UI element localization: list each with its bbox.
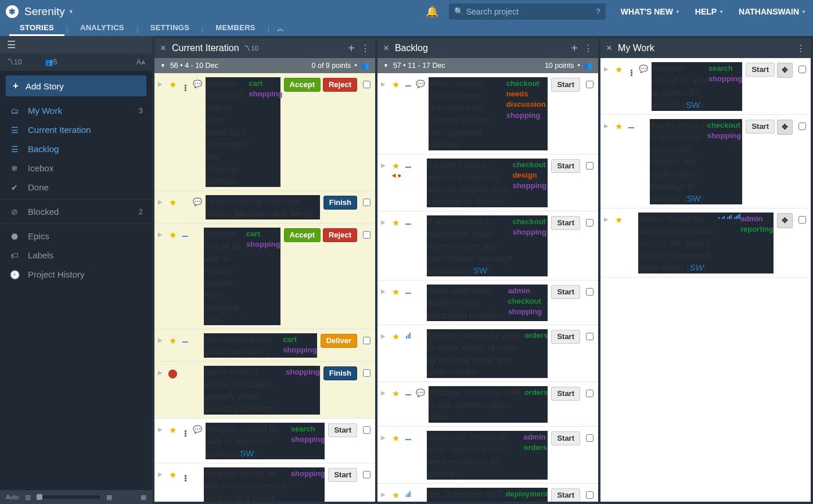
- comment-icon[interactable]: 💬: [193, 77, 202, 89]
- add-story-button[interactable]: + Add Story: [6, 75, 146, 96]
- reject-button[interactable]: Reject: [323, 78, 357, 92]
- owner-link[interactable]: SW: [240, 448, 254, 458]
- story-row[interactable]: ▶ ★ 💬 Shopper should be able to search f…: [600, 58, 811, 115]
- story-estimate[interactable]: [627, 119, 635, 132]
- select-checkbox[interactable]: [363, 424, 370, 437]
- story-row[interactable]: ▶ ★ Shopper should be able to recommend …: [154, 463, 375, 502]
- start-button[interactable]: Start: [746, 63, 775, 77]
- expand-icon[interactable]: ▶: [381, 488, 387, 499]
- owner-link[interactable]: SW: [686, 193, 700, 203]
- expand-icon[interactable]: ▶: [381, 431, 387, 442]
- tag[interactable]: checkout: [513, 160, 546, 169]
- search-input[interactable]: [449, 3, 606, 20]
- reject-button[interactable]: Reject: [323, 228, 357, 242]
- sidebar-item-blocked[interactable]: ⊘ Blocked 2: [0, 202, 152, 221]
- start-button[interactable]: Start: [551, 216, 580, 230]
- velocity-indicator[interactable]: 〽10: [7, 58, 32, 66]
- expand-icon[interactable]: ▶: [381, 386, 387, 397]
- tag[interactable]: shopping: [513, 181, 547, 190]
- expand-icon[interactable]: ▶: [604, 213, 610, 224]
- expand-icon[interactable]: ▶: [158, 77, 164, 88]
- select-checkbox[interactable]: [586, 388, 593, 400]
- story-row[interactable]: ▶ ★ 💬 Shopper should be able to ask ques…: [377, 382, 598, 427]
- start-button[interactable]: Start: [551, 488, 580, 502]
- start-button[interactable]: Start: [551, 285, 580, 299]
- tab-analytics[interactable]: ANALYTICS: [70, 23, 135, 36]
- owner-link[interactable]: SW: [689, 262, 703, 272]
- collapse-icon[interactable]: ▼: [383, 63, 388, 69]
- story-estimate[interactable]: [404, 386, 412, 399]
- tab-members[interactable]: MEMBERS: [205, 23, 266, 36]
- iteration-header[interactable]: ▼ 56 • 4 - 10 Dec 0 of 9 points • 👥: [154, 58, 375, 73]
- select-checkbox[interactable]: [363, 229, 370, 242]
- select-checkbox[interactable]: [586, 489, 593, 502]
- story-estimate[interactable]: [404, 285, 412, 297]
- tag[interactable]: cart: [283, 335, 297, 344]
- start-button[interactable]: Start: [551, 387, 580, 401]
- density-compact-icon[interactable]: ▥: [25, 494, 31, 501]
- sidebar-item-labels[interactable]: 🏷 Labels: [0, 246, 152, 265]
- app-logo[interactable]: ✱: [6, 5, 19, 18]
- iteration-header[interactable]: ▼ 57 • 11 - 17 Dec 10 points • 👥: [377, 58, 598, 73]
- collapse-icon[interactable]: ▼: [160, 63, 166, 69]
- members-icon[interactable]: 👥: [584, 62, 592, 70]
- finish-button[interactable]: Finish: [323, 366, 357, 380]
- story-row[interactable]: ▶ ★ ◄● If system fails to authorize paym…: [377, 154, 598, 211]
- move-button[interactable]: ✥: [777, 120, 793, 135]
- story-row[interactable]: ▶ ★ 💬 Finish creating your new project (…: [154, 191, 375, 224]
- tag[interactable]: checkout: [707, 121, 740, 129]
- estimate-picker[interactable]: [718, 214, 740, 219]
- start-button[interactable]: Start: [551, 78, 580, 92]
- owner-link[interactable]: SW: [686, 100, 700, 110]
- tag[interactable]: orders: [523, 443, 546, 452]
- story-estimate[interactable]: [181, 423, 189, 437]
- tag[interactable]: admin: [740, 214, 762, 223]
- notifications-icon[interactable]: 🔔: [426, 5, 438, 18]
- story-row[interactable]: ▶ ★ Cart manipulation should be AJAXy ca…: [154, 329, 375, 362]
- tag[interactable]: admin: [523, 433, 545, 441]
- story-row[interactable]: ▶ ★ Admin should be able to export order…: [600, 208, 811, 278]
- story-row[interactable]: ▶ ★ 💬 Shopper should be able to search f…: [154, 419, 375, 463]
- tag[interactable]: shopping: [708, 74, 743, 83]
- expand-icon[interactable]: ▶: [158, 467, 164, 478]
- expand-icon[interactable]: ▶: [381, 77, 387, 88]
- story-row[interactable]: ▶ ★ Admin can review all order questions…: [377, 427, 598, 484]
- start-button[interactable]: Start: [328, 468, 357, 482]
- select-checkbox[interactable]: [363, 335, 370, 347]
- sidebar-item-epics[interactable]: ⬣ Epics: [0, 226, 152, 246]
- density-slider[interactable]: [37, 495, 100, 499]
- owner-link[interactable]: SW: [473, 265, 487, 275]
- panel-menu-icon[interactable]: ⋮: [584, 43, 592, 54]
- story-estimate[interactable]: [181, 333, 189, 346]
- tag[interactable]: orders: [524, 388, 548, 397]
- story-row[interactable]: ▶ ★ If authorization is successful, show…: [377, 211, 598, 280]
- expand-icon[interactable]: ▶: [158, 195, 164, 206]
- members-icon[interactable]: 👥: [361, 62, 369, 70]
- select-checkbox[interactable]: [798, 214, 806, 226]
- tag[interactable]: cart: [246, 229, 260, 238]
- tag[interactable]: shopping: [291, 469, 325, 478]
- accept-button[interactable]: Accept: [284, 228, 321, 242]
- story-row[interactable]: ▶ ★ Shopper should be able to check stat…: [377, 325, 598, 382]
- select-checkbox[interactable]: [586, 160, 593, 172]
- whats-new-link[interactable]: WHAT'S NEW▼: [621, 7, 680, 16]
- story-row[interactable]: ▶ ★ Set up Engine Yard production enviro…: [377, 484, 598, 502]
- story-estimate[interactable]: [404, 159, 412, 171]
- start-button[interactable]: Start: [551, 159, 580, 173]
- finish-button[interactable]: Finish: [323, 196, 357, 210]
- select-checkbox[interactable]: [586, 433, 593, 445]
- density-grid-icon[interactable]: ▦: [106, 494, 112, 501]
- tag[interactable]: shopping: [707, 131, 742, 140]
- story-row[interactable]: ▶ ★ 💬 Shopper should be able to enter cr…: [154, 73, 375, 191]
- tab-settings[interactable]: SETTINGS: [140, 23, 200, 36]
- sidebar-item-my-work[interactable]: 🗂 My Work 3: [0, 101, 152, 120]
- comment-icon[interactable]: 💬: [416, 77, 425, 89]
- select-checkbox[interactable]: [586, 286, 593, 298]
- member-count[interactable]: 👥5: [45, 58, 68, 66]
- expand-icon[interactable]: ▶: [381, 159, 387, 170]
- text-size-toggle[interactable]: Aᴀ: [136, 58, 145, 66]
- close-icon[interactable]: ×: [160, 42, 166, 54]
- expand-icon[interactable]: ▶: [381, 329, 387, 340]
- comment-icon[interactable]: 💬: [193, 195, 202, 207]
- tag[interactable]: shopping: [283, 345, 317, 354]
